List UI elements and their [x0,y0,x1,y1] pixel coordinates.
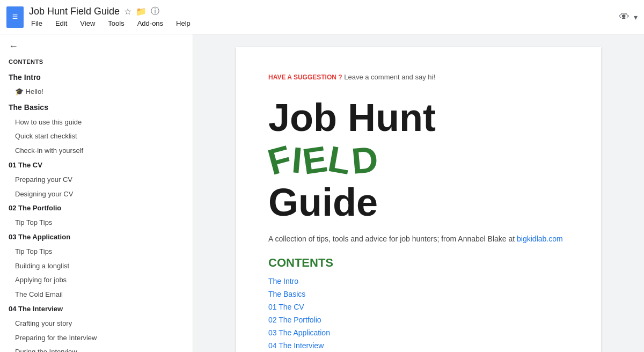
preview-button[interactable]: 👁 [619,11,630,23]
suggestion-label: HAVE A SUGGESTION ? [268,74,342,81]
folder-icon[interactable]: 📁 [136,6,147,17]
contents-link-intro[interactable]: The Intro [268,277,298,285]
sidebar-item-quick-start[interactable]: Quick start checklist [0,129,193,144]
list-item: 03 The Application [268,328,569,338]
menu-edit[interactable]: Edit [53,18,69,28]
contents-heading: CONTENTS [268,256,569,270]
sidebar-item-check-in[interactable]: Check-in with yourself [0,144,193,158]
sidebar-item-crafting-story[interactable]: Crafting your story [0,317,193,331]
info-icon[interactable]: ⓘ [151,6,159,17]
list-item: 02 The Portfolio [268,315,569,325]
back-button[interactable]: ← [0,34,193,56]
star-icon[interactable]: ☆ [124,6,131,17]
sidebar-item-designing-cv[interactable]: Designing your CV [0,187,193,202]
contents-link-application[interactable]: 03 The Application [268,328,330,337]
sidebar-item-applying[interactable]: Applying for jobs [0,273,193,288]
contents-link-cv[interactable]: 01 The CV [268,303,304,311]
title-block: Job Hunt F I E L D Guide [268,98,569,222]
top-bar-right: 👁 ▾ [619,11,638,23]
title-field-row: F I E L D [268,139,569,181]
contents-link-portfolio[interactable]: 02 The Portfolio [268,316,321,324]
suggestion-bar: HAVE A SUGGESTION ? Leave a comment and … [268,73,569,81]
field-letter-d: D [350,138,380,182]
sidebar-item-preparing-interview[interactable]: Preparing for the Interview [0,331,193,346]
sidebar-item-intro[interactable]: The Intro [0,69,193,85]
sidebar-item-application[interactable]: 03 The Application [0,230,193,245]
menu-help[interactable]: Help [174,18,193,28]
sidebar: ← CONTENTS The Intro 🎓 Hello! The Basics… [0,34,193,352]
chevron-button[interactable]: ▾ [634,13,638,21]
suggestion-text: Leave a comment and say hi! [344,73,435,81]
sidebar-item-during-interview[interactable]: During the Interview [0,345,193,352]
subtitle-text: A collection of tips, tools and advice f… [268,234,517,243]
menu-file[interactable]: File [29,18,45,28]
top-bar: ≡ Job Hunt Field Guide ☆ 📁 ⓘ File Edit V… [0,0,644,34]
sidebar-item-portfolio-tips[interactable]: Tip Top Tips [0,216,193,230]
sidebar-contents-label: CONTENTS [0,56,193,69]
contents-link-interview[interactable]: 04 The Interview [268,341,324,350]
menu-bar: File Edit View Tools Add-ons Help [29,18,619,28]
sidebar-item-how-to-use[interactable]: How to use this guide [0,115,193,130]
sidebar-item-cv[interactable]: 01 The CV [0,158,193,173]
contents-list: The Intro The Basics 01 The CV 02 The Po… [268,276,569,352]
doc-area: HAVE A SUGGESTION ? Leave a comment and … [193,34,644,352]
menu-view[interactable]: View [78,18,97,28]
title-line1: Job Hunt [268,98,569,137]
top-bar-center: Job Hunt Field Guide ☆ 📁 ⓘ File Edit Vie… [29,6,619,28]
sidebar-item-longlist[interactable]: Building a longlist [0,259,193,274]
sidebar-item-interview[interactable]: 04 The Interview [0,302,193,317]
main-area: ← CONTENTS The Intro 🎓 Hello! The Basics… [0,34,644,352]
menu-tools[interactable]: Tools [106,18,126,28]
subtitle: A collection of tips, tools and advice f… [268,234,569,243]
doc-icon: ≡ [6,6,24,28]
subtitle-link[interactable]: bigkidlab.com [517,234,563,243]
field-letters: F I E L D [268,139,378,181]
sidebar-item-hello[interactable]: 🎓 Hello! [0,85,193,99]
doc-title: Job Hunt Field Guide [29,6,120,17]
contents-link-basics[interactable]: The Basics [268,290,305,298]
sidebar-item-preparing-cv[interactable]: Preparing your CV [0,173,193,187]
sidebar-item-portfolio[interactable]: 02 The Portfolio [0,201,193,216]
title-line3: Guide [268,183,569,222]
list-item: 04 The Interview [268,341,569,350]
sidebar-item-basics[interactable]: The Basics [0,99,193,115]
menu-addons[interactable]: Add-ons [135,18,165,28]
doc-page: HAVE A SUGGESTION ? Leave a comment and … [236,47,601,352]
list-item: 01 The CV [268,302,569,312]
sidebar-item-cold-email[interactable]: The Cold Email [0,288,193,302]
sidebar-item-application-tips[interactable]: Tip Top Tips [0,245,193,259]
list-item: The Intro [268,276,569,286]
list-item: The Basics [268,289,569,299]
